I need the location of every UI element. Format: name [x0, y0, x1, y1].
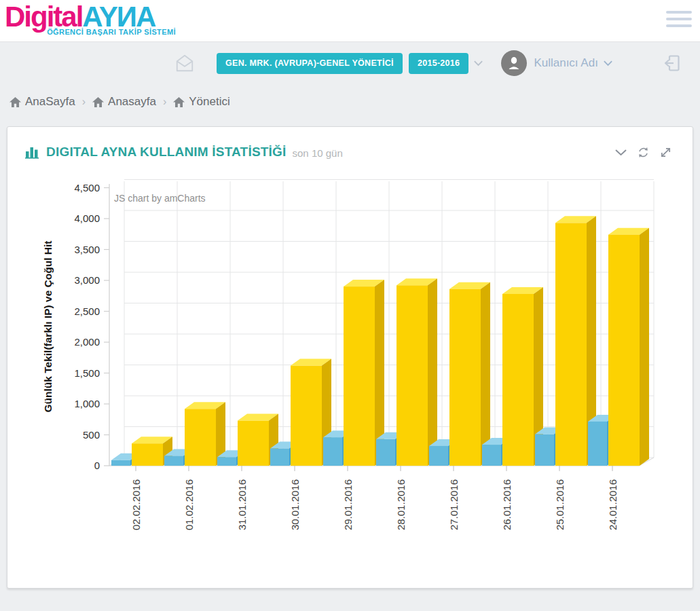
panel-subtitle: son 10 gün — [293, 145, 343, 159]
user-name[interactable]: Kullanıcı Adı — [534, 56, 598, 70]
header-row: GEN. MRK. (AVRUPA)-GENEL YÖNETİCİ 2015-2… — [0, 42, 700, 84]
column-front-face — [217, 457, 236, 466]
column-front-face — [555, 223, 587, 466]
column-front-face — [482, 445, 501, 466]
breadcrumb-separator: › — [163, 96, 166, 108]
x-axis-category-label: 31.01.2016 — [236, 479, 248, 530]
x-axis-category-label: 01.02.2016 — [183, 479, 195, 530]
column-front-face — [270, 449, 289, 466]
x-axis-category-label: 02.02.2016 — [130, 479, 142, 530]
column-front-face — [185, 409, 216, 466]
y-axis-tick-label: 500 — [83, 429, 100, 441]
user-chevron-down-icon[interactable] — [603, 60, 613, 67]
y-axis-tick-label: 4,500 — [74, 182, 100, 193]
app-logo-text: DigitalAYИA — [5, 3, 176, 31]
app-logo[interactable]: DigitalAYИA ÖĞRENCİ BAŞARI TAKİP SİSTEMİ — [0, 0, 176, 36]
usage-statistics-panel: DIGITAL AYNA KULLANIM İSTATİSTİĞİ son 10… — [7, 126, 693, 589]
breadcrumb-label: Yönetici — [189, 95, 229, 109]
column-front-face — [376, 439, 395, 466]
column-front-face — [111, 460, 130, 466]
column-front-face — [344, 286, 375, 466]
bar-chart-icon — [25, 145, 40, 159]
home-icon — [92, 97, 104, 107]
x-axis-category-label: 26.01.2016 — [501, 479, 513, 530]
column-front-face — [164, 456, 183, 466]
column-front-face — [502, 294, 534, 466]
person-icon — [506, 56, 521, 71]
column-front-face — [132, 443, 163, 466]
column-front-face — [608, 235, 640, 466]
x-axis-category-label: 30.01.2016 — [289, 479, 301, 530]
panel-title: DIGITAL AYNA KULLANIM İSTATİSTİĞİ — [46, 145, 287, 160]
term-button[interactable]: 2015-2016 — [409, 53, 468, 74]
y-axis-tick-label: 0 — [94, 460, 100, 471]
home-icon — [173, 97, 185, 107]
avatar[interactable] — [501, 50, 527, 76]
column-front-face — [429, 446, 448, 466]
x-axis-category-label: 24.01.2016 — [607, 479, 619, 530]
x-axis-category-label: 29.01.2016 — [342, 479, 354, 530]
amcharts-watermark-link[interactable]: JS chart by amCharts — [114, 193, 206, 204]
y-axis-tick-label: 1,500 — [74, 367, 100, 379]
breadcrumb-item-anasayfa-1[interactable]: AnaSayfa — [10, 95, 75, 109]
chart-area: 05001,0001,5002,0002,5003,0003,5004,0004… — [38, 176, 693, 560]
breadcrumb-label: AnaSayfa — [25, 95, 75, 109]
messages-envelope-icon[interactable] — [174, 53, 195, 73]
y-axis-tick-label: 3,000 — [74, 274, 100, 286]
x-axis-category-label: 27.01.2016 — [448, 479, 460, 530]
panel-header: DIGITAL AYNA KULLANIM İSTATİSTİĞİ son 10… — [7, 127, 693, 160]
y-axis-tick-label: 3,500 — [74, 244, 100, 255]
x-axis-category-label: 25.01.2016 — [554, 479, 566, 530]
home-icon — [10, 97, 21, 107]
column-side-face — [640, 228, 649, 466]
column-front-face — [291, 366, 322, 466]
column-front-face — [397, 285, 428, 466]
x-axis-category-label: 28.01.2016 — [395, 479, 407, 530]
role-button[interactable]: GEN. MRK. (AVRUPA)-GENEL YÖNETİCİ — [217, 53, 403, 74]
logout-icon[interactable] — [661, 52, 683, 74]
term-chevron-down-icon[interactable] — [473, 60, 483, 67]
collapse-chevron-icon[interactable] — [614, 146, 627, 159]
column-side-face — [428, 278, 437, 466]
breadcrumb-item-yonetici[interactable]: Yönetici — [173, 95, 229, 109]
y-axis-tick-label: 1,000 — [74, 398, 100, 409]
column-front-face — [323, 437, 342, 466]
column-front-face — [535, 434, 554, 466]
menu-icon[interactable] — [666, 11, 692, 27]
column-front-face — [588, 422, 607, 466]
y-axis-tick-label: 2,500 — [74, 306, 100, 317]
y-axis-tick-label: 4,000 — [74, 212, 100, 224]
breadcrumb-separator: › — [82, 96, 86, 108]
breadcrumb: AnaSayfa › Anasayfa › Yönetici — [10, 95, 700, 109]
y-axis-title: Günlük Tekil(farklı IP) ve Çoğul Hit — [42, 241, 54, 413]
refresh-icon[interactable] — [637, 146, 650, 159]
breadcrumb-label: Anasayfa — [108, 95, 156, 109]
fullscreen-expand-icon[interactable] — [659, 146, 672, 159]
column-front-face — [449, 289, 481, 466]
y-axis-tick-label: 2,000 — [74, 336, 100, 348]
breadcrumb-item-anasayfa-2[interactable]: Anasayfa — [92, 95, 156, 109]
column-front-face — [238, 421, 269, 466]
usage-chart-svg: 05001,0001,5002,0002,5003,0003,5004,0004… — [38, 176, 680, 557]
panel-tools — [614, 146, 672, 159]
column-side-face — [481, 282, 490, 466]
topbar: DigitalAYИA ÖĞRENCİ BAŞARI TAKİP SİSTEMİ — [0, 0, 700, 42]
